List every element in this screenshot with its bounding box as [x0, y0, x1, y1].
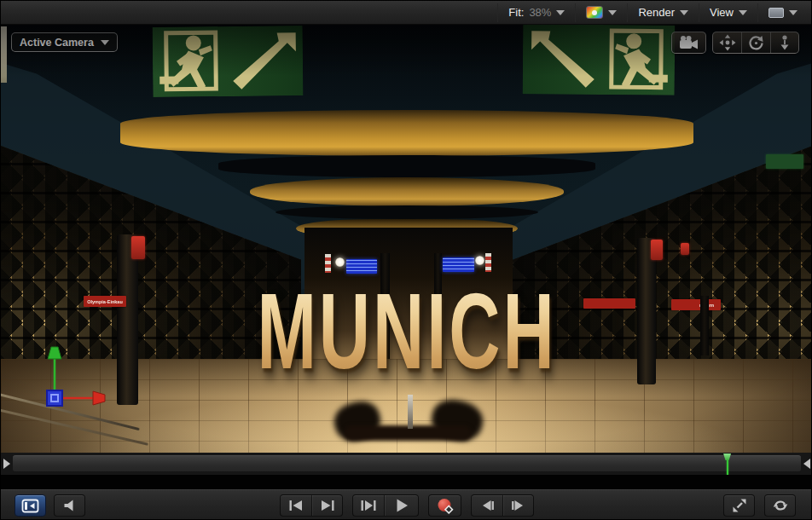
speaker-icon	[63, 499, 77, 512]
mini-timeline[interactable]	[1, 453, 812, 475]
ceiling-baffle	[218, 155, 595, 177]
station-sign-right-1	[583, 298, 635, 309]
transport-bar	[1, 488, 812, 520]
exit-sign-right	[523, 25, 676, 95]
go-to-start-icon	[288, 500, 304, 511]
project-pane-icon	[21, 499, 39, 513]
zoom-value: 38%	[529, 6, 551, 19]
record-button[interactable]	[428, 494, 461, 517]
loop-playback-button[interactable]	[764, 494, 796, 517]
camera-view-popup[interactable]: Active Camera	[11, 32, 118, 52]
view-popup[interactable]: View	[699, 1, 757, 24]
go-to-end-button[interactable]	[311, 495, 342, 516]
step-backward-icon	[480, 500, 495, 511]
step-forward-button[interactable]	[502, 495, 533, 516]
render-label: Render	[638, 6, 675, 19]
play-button[interactable]	[384, 495, 418, 516]
play-icon	[394, 498, 409, 513]
view-tool-group	[712, 32, 799, 54]
zoom-level-popup[interactable]: Fit: 38%	[498, 1, 575, 24]
scene-camera-button[interactable]	[671, 32, 706, 54]
camera-view-label: Active Camera	[20, 37, 94, 49]
exit-sign-left	[153, 26, 304, 97]
chevron-down-icon	[789, 10, 798, 15]
record-icon	[437, 498, 454, 514]
play-from-start-icon	[360, 500, 377, 511]
ceiling-baffle	[276, 205, 538, 219]
corridor-column	[700, 296, 709, 355]
chevron-down-icon	[680, 10, 688, 15]
display-icon	[768, 8, 784, 18]
step-group	[471, 494, 534, 517]
station-lamp	[335, 257, 345, 267]
timeline-track[interactable]	[13, 455, 801, 472]
play-from-start-button[interactable]	[353, 495, 384, 516]
sos-box-left	[131, 236, 145, 259]
fullscreen-arrows-icon	[731, 497, 748, 514]
exit-sign-small	[766, 154, 803, 169]
axis-widget[interactable]	[23, 342, 108, 413]
edge-light	[1, 26, 7, 83]
pan-tool-button[interactable]	[713, 32, 741, 53]
view-label: View	[710, 6, 734, 19]
fit-label: Fit:	[508, 6, 524, 19]
goto-group	[280, 494, 343, 517]
render-popup[interactable]: Render	[628, 1, 699, 24]
play-range-out-handle[interactable]	[803, 459, 810, 469]
ceiling-light-band	[120, 110, 693, 156]
departure-display	[346, 259, 377, 274]
show-project-pane-button[interactable]	[14, 494, 46, 517]
orbit-tool-button[interactable]	[741, 32, 769, 53]
step-backward-button[interactable]	[472, 495, 502, 516]
orbit-icon	[748, 35, 764, 51]
step-forward-icon	[511, 500, 525, 511]
station-sign-right-2: ntrum	[671, 299, 721, 310]
striped-sign	[485, 253, 491, 272]
dolly-tool-button[interactable]	[770, 32, 798, 53]
chevron-down-icon	[556, 10, 565, 15]
channels-popup[interactable]	[576, 1, 627, 24]
playhead-stem	[727, 460, 728, 475]
play-range-in-handle[interactable]	[3, 459, 10, 469]
floor-metal-strip	[408, 395, 413, 429]
chevron-down-icon	[739, 10, 747, 15]
audio-button[interactable]	[54, 494, 85, 517]
canvas-viewport[interactable]: Olympia-Einkau ntrum	[1, 25, 812, 453]
loop-icon	[772, 498, 789, 513]
motion-canvas-window: Fit: 38% Render View	[0, 0, 812, 520]
canvas-toolbar: Fit: 38% Render View	[1, 1, 812, 25]
display-popup[interactable]	[758, 1, 808, 24]
dolly-icon	[778, 34, 792, 51]
playhead[interactable]	[723, 454, 731, 475]
timeline-spacer	[1, 475, 812, 488]
color-channels-icon	[586, 6, 603, 19]
playhead-head-icon	[723, 454, 731, 460]
zoom-to-fit-button[interactable]	[723, 494, 755, 517]
sos-box-right	[651, 240, 663, 260]
video-camera-icon	[678, 35, 700, 50]
departure-display	[443, 257, 474, 272]
chevron-down-icon	[101, 40, 109, 45]
pan-icon	[719, 34, 736, 51]
signal-pole-left	[117, 234, 138, 405]
go-to-start-button[interactable]	[281, 495, 311, 516]
station-lamp	[475, 256, 484, 265]
chevron-down-icon	[608, 10, 617, 15]
play-group	[352, 494, 419, 517]
striped-sign	[325, 254, 331, 273]
red-light-right	[681, 243, 689, 255]
ceiling-light-band	[250, 177, 564, 206]
transport-controls	[280, 489, 534, 520]
go-to-end-icon	[320, 500, 335, 511]
station-sign-left: Olympia-Einkau	[84, 296, 126, 307]
